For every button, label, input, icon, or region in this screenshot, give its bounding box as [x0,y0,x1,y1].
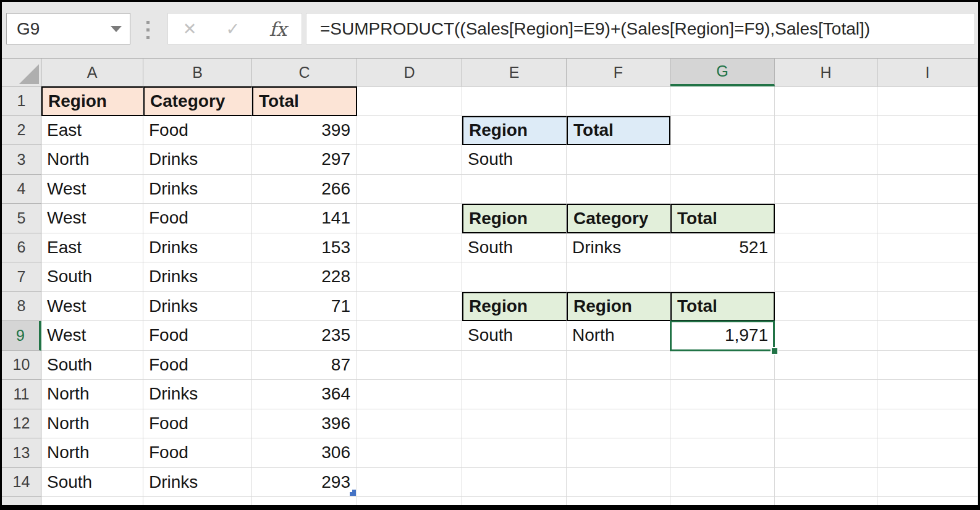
cell-C4[interactable]: 266 [252,175,357,204]
cell-H8[interactable] [775,292,877,322]
cell-G14[interactable] [670,468,775,498]
cell-F5[interactable]: Category [567,204,670,233]
cell-F9[interactable]: North [567,321,670,351]
cell-D10[interactable] [357,351,462,380]
cell-partial-G[interactable] [670,497,775,505]
cell-E1[interactable] [462,86,567,116]
cell-A3[interactable]: North [41,145,143,175]
cell-H7[interactable] [775,262,877,292]
cell-B10[interactable]: Food [143,351,252,380]
cell-F7[interactable] [567,262,670,292]
cell-F14[interactable] [567,468,670,498]
cell-I10[interactable] [877,351,978,380]
column-header-G[interactable]: G [670,58,775,86]
cell-D6[interactable] [357,233,462,263]
cell-A12[interactable]: North [41,409,143,439]
insert-function-icon[interactable]: fx [269,18,287,40]
cell-E6[interactable]: South [462,233,567,263]
cell-D12[interactable] [357,409,462,439]
column-header-C[interactable]: C [252,58,357,86]
cell-F1[interactable] [567,86,670,116]
cell-G11[interactable] [670,380,775,409]
cell-G12[interactable] [670,409,775,439]
cell-A10[interactable]: South [41,351,143,380]
cell-B5[interactable]: Food [143,204,252,233]
cell-partial-F[interactable] [567,497,670,505]
cell-E4[interactable] [462,175,567,204]
cell-H1[interactable] [775,86,877,116]
cell-F10[interactable] [567,351,670,380]
row-header-5[interactable]: 5 [2,204,41,233]
fill-handle[interactable] [771,347,779,355]
cell-G8[interactable]: Total [670,292,775,322]
cell-E13[interactable] [462,438,567,468]
cell-D13[interactable] [357,438,462,468]
cell-G7[interactable] [670,262,775,292]
cell-H13[interactable] [775,438,877,468]
cell-I2[interactable] [877,116,978,146]
cell-F4[interactable] [567,175,670,204]
select-all-corner[interactable] [2,58,41,86]
name-box[interactable]: G9 [6,13,130,44]
cell-A9[interactable]: West [41,321,143,351]
cell-B8[interactable]: Drinks [143,292,252,322]
cell-I14[interactable] [877,468,978,498]
row-header-4[interactable]: 4 [2,175,41,204]
cell-I13[interactable] [877,438,978,468]
cell-G6[interactable]: 521 [670,233,775,263]
cell-A14[interactable]: South [41,468,143,498]
cell-D14[interactable] [357,468,462,498]
cell-B14[interactable]: Drinks [143,468,252,498]
cell-E8[interactable]: Region [462,292,567,322]
cell-D9[interactable] [357,321,462,351]
cell-C7[interactable]: 228 [252,262,357,292]
cell-I7[interactable] [877,262,978,292]
cell-B6[interactable]: Drinks [143,233,252,263]
row-header-9[interactable]: 9 [2,321,41,351]
column-header-I[interactable]: I [877,58,978,86]
cell-E3[interactable]: South [462,145,567,175]
cell-partial-I[interactable] [877,497,978,505]
cell-E2[interactable]: Region [462,116,567,146]
row-header-11[interactable]: 11 [2,380,41,409]
cancel-icon[interactable]: ✕ [183,19,197,39]
cell-B2[interactable]: Food [143,116,252,146]
column-header-H[interactable]: H [775,58,877,86]
cell-F3[interactable] [567,145,670,175]
cell-C6[interactable]: 153 [252,233,357,263]
cell-F8[interactable]: Region [567,292,670,322]
cell-A11[interactable]: North [41,380,143,409]
cell-partial-B[interactable] [143,497,252,505]
formula-bar-resizer-grip[interactable] [146,21,150,39]
cell-F13[interactable] [567,438,670,468]
row-header-10[interactable]: 10 [2,351,41,380]
row-header-1[interactable]: 1 [2,86,41,116]
cell-H9[interactable] [775,321,877,351]
cell-C3[interactable]: 297 [252,145,357,175]
cell-I1[interactable] [877,86,978,116]
cell-C8[interactable]: 71 [252,292,357,322]
cell-A8[interactable]: West [41,292,143,322]
cell-F2[interactable]: Total [567,116,670,146]
cell-I4[interactable] [877,175,978,204]
cell-C1[interactable]: Total [252,86,357,116]
cell-partial-E[interactable] [462,497,567,505]
cell-E12[interactable] [462,409,567,439]
cell-G2[interactable] [670,116,775,146]
column-header-A[interactable]: A [41,58,143,86]
cell-B13[interactable]: Food [143,438,252,468]
cell-B1[interactable]: Category [143,86,252,116]
cell-I9[interactable] [877,321,978,351]
row-header-8[interactable]: 8 [2,292,41,322]
cell-G13[interactable] [670,438,775,468]
enter-icon[interactable]: ✓ [226,19,240,39]
cell-E7[interactable] [462,262,567,292]
row-header-6[interactable]: 6 [2,233,41,263]
row-header-12[interactable]: 12 [2,409,41,439]
cell-F12[interactable] [567,409,670,439]
cell-C13[interactable]: 306 [252,438,357,468]
cell-C2[interactable]: 399 [252,116,357,146]
cell-D1[interactable] [357,86,462,116]
cell-H11[interactable] [775,380,877,409]
cell-E5[interactable]: Region [462,204,567,233]
